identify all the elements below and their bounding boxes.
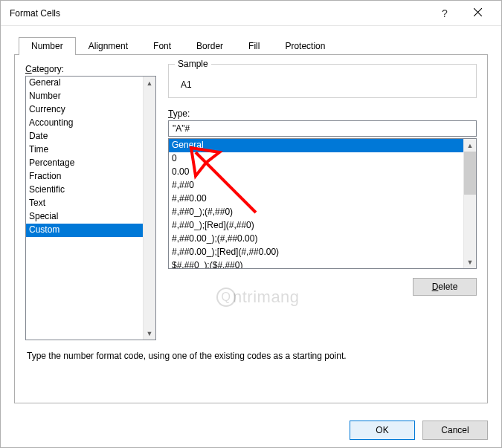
- helper-text: Type the number format code, using one o…: [25, 351, 477, 361]
- delete-button[interactable]: Delete: [413, 278, 477, 296]
- dialog-footer: OK Cancel: [1, 413, 501, 447]
- category-item[interactable]: Fraction: [26, 170, 155, 184]
- cancel-button[interactable]: Cancel: [422, 421, 488, 440]
- help-icon: ?: [442, 7, 448, 19]
- tab-strip: Number Alignment Font Border Fill Protec…: [19, 36, 488, 54]
- tab-number[interactable]: Number: [19, 37, 76, 55]
- category-item[interactable]: Scientific: [26, 184, 155, 197]
- window-title: Format Cells: [10, 8, 60, 19]
- format-listbox[interactable]: General00.00#,##0#,##0.00#,##0_);(#,##0)…: [168, 138, 477, 269]
- category-item[interactable]: Special: [26, 210, 155, 224]
- type-label: Type:: [168, 108, 190, 119]
- tab-protection[interactable]: Protection: [272, 37, 338, 55]
- format-item[interactable]: General: [169, 139, 476, 152]
- category-item[interactable]: Time: [26, 143, 155, 157]
- category-item[interactable]: Text: [26, 197, 155, 210]
- category-listbox[interactable]: GeneralNumberCurrencyAccountingDateTimeP…: [25, 76, 156, 340]
- format-scrollbar[interactable]: ▲ ▼: [463, 139, 476, 268]
- sample-group: Sample A1: [168, 64, 477, 98]
- scroll-up-icon[interactable]: ▲: [464, 139, 476, 152]
- format-item[interactable]: #,##0.00: [169, 192, 476, 206]
- dialog-content: Number Alignment Font Border Fill Protec…: [1, 26, 501, 411]
- category-item[interactable]: General: [26, 77, 155, 90]
- scrollbar-thumb[interactable]: [464, 152, 476, 195]
- sample-legend: Sample: [175, 59, 211, 69]
- titlebar: Format Cells ?: [1, 1, 501, 26]
- format-item[interactable]: #,##0_);(#,##0): [169, 206, 476, 219]
- scroll-up-icon[interactable]: ▲: [144, 77, 155, 89]
- category-item[interactable]: Custom: [26, 224, 155, 237]
- category-item[interactable]: Accounting: [26, 117, 155, 130]
- ok-button[interactable]: OK: [350, 421, 415, 440]
- format-item[interactable]: 0: [169, 152, 476, 166]
- tab-panel-number: Category: GeneralNumberCurrencyAccountin…: [14, 54, 488, 403]
- scroll-down-icon[interactable]: ▼: [464, 256, 476, 268]
- format-item[interactable]: #,##0.00_);(#,##0.00): [169, 233, 476, 246]
- tab-font[interactable]: Font: [141, 37, 184, 55]
- tab-fill[interactable]: Fill: [236, 37, 272, 55]
- tab-alignment[interactable]: Alignment: [76, 37, 141, 55]
- category-label: Category:: [25, 64, 64, 74]
- sample-value: A1: [176, 79, 469, 90]
- category-item[interactable]: Percentage: [26, 157, 155, 170]
- format-item[interactable]: 0.00: [169, 166, 476, 179]
- category-item[interactable]: Date: [26, 130, 155, 143]
- type-input[interactable]: [168, 120, 477, 137]
- category-item[interactable]: Currency: [26, 103, 155, 117]
- scroll-down-icon[interactable]: ▼: [144, 327, 155, 340]
- category-scrollbar[interactable]: ▲ ▼: [143, 77, 155, 340]
- close-button[interactable]: [461, 2, 494, 25]
- format-item[interactable]: #,##0_);[Red](#,##0): [169, 219, 476, 233]
- close-icon: [474, 8, 482, 19]
- help-button[interactable]: ?: [428, 2, 461, 25]
- category-item[interactable]: Number: [26, 90, 155, 103]
- format-item[interactable]: #,##0.00_);[Red](#,##0.00): [169, 246, 476, 259]
- format-item[interactable]: $#,##0_);($#,##0): [169, 259, 476, 269]
- tab-border[interactable]: Border: [184, 37, 236, 55]
- format-item[interactable]: #,##0: [169, 179, 476, 192]
